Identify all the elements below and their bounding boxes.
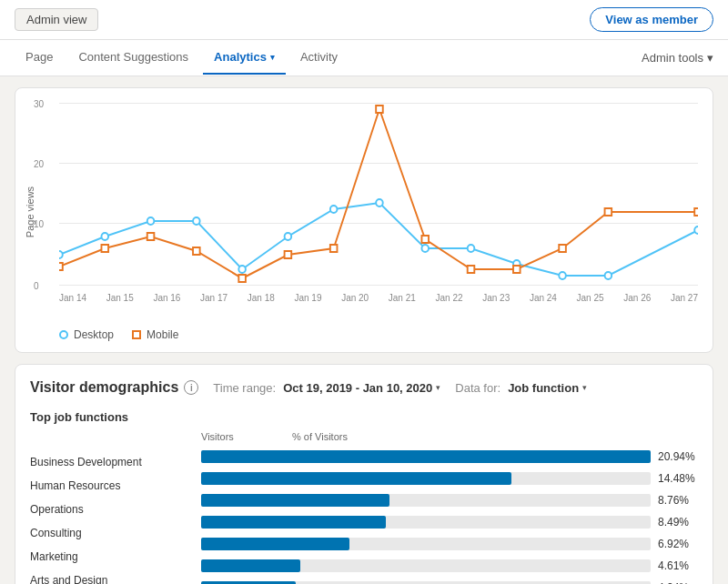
time-range-filter[interactable]: Time range: Oct 19, 2019 - Jan 10, 2020 …	[213, 381, 440, 395]
svg-rect-17	[193, 247, 200, 255]
view-as-member-button[interactable]: View as member	[590, 7, 713, 32]
svg-rect-21	[376, 106, 383, 113]
demographics-body: Business Development Human Resources Ope…	[30, 431, 698, 584]
svg-point-1	[101, 233, 108, 240]
nav-tabs: Page Content Suggestions Analytics ▾ Act…	[15, 41, 349, 75]
svg-rect-24	[513, 266, 521, 273]
svg-rect-27	[694, 208, 698, 216]
nav-bar: Page Content Suggestions Analytics ▾ Act…	[0, 40, 728, 76]
bar-row-sales: 4.34%	[194, 577, 698, 584]
tab-page[interactable]: Page	[15, 41, 64, 75]
svg-point-9	[468, 245, 475, 252]
bars-section: Visitors % of Visitors 20.94% 14.48% 8.7…	[194, 431, 698, 584]
chevron-down-icon: ▾	[707, 51, 713, 65]
svg-point-4	[238, 266, 246, 273]
tab-content-suggestions[interactable]: Content Suggestions	[67, 41, 199, 75]
tab-analytics[interactable]: Analytics ▾	[203, 41, 286, 75]
admin-tools-menu[interactable]: Admin tools ▾	[642, 51, 713, 65]
tab-activity[interactable]: Activity	[289, 41, 349, 75]
desktop-legend-icon	[59, 330, 68, 339]
svg-rect-25	[559, 245, 566, 252]
bar-row-human-resources: 14.48%	[194, 468, 698, 489]
legend-desktop: Desktop	[59, 328, 114, 341]
svg-point-2	[147, 217, 155, 225]
chart-container: Page views 30 20 10 0	[30, 103, 698, 321]
chart-card: Page views 30 20 10 0	[15, 87, 713, 353]
chevron-down-icon: ▾	[436, 383, 440, 392]
svg-rect-23	[468, 266, 475, 273]
bar-row-consulting: 8.49%	[194, 511, 698, 533]
svg-rect-14	[59, 263, 63, 270]
svg-point-13	[694, 227, 698, 234]
bar-row-marketing: 6.92%	[194, 533, 698, 555]
svg-point-12	[605, 272, 612, 279]
line-chart-svg	[59, 103, 698, 285]
svg-point-3	[193, 217, 200, 225]
info-icon[interactable]: i	[184, 380, 198, 395]
bars-header: Visitors % of Visitors	[194, 431, 698, 442]
chart-inner: 30 20 10 0	[59, 103, 698, 303]
demographics-header: Visitor demographics i Time range: Oct 1…	[30, 379, 698, 396]
y-axis-label: Page views	[25, 186, 35, 237]
label-marketing: Marketing	[30, 546, 194, 568]
svg-rect-20	[330, 245, 338, 252]
label-consulting: Consulting	[30, 522, 194, 544]
svg-point-11	[559, 272, 566, 279]
admin-view-badge: Admin view	[15, 8, 98, 31]
chevron-down-icon: ▾	[270, 53, 275, 62]
bar-row-arts-design: 4.61%	[194, 555, 698, 577]
svg-point-7	[376, 199, 383, 206]
svg-rect-19	[285, 251, 292, 258]
demographics-card: Visitor demographics i Time range: Oct 1…	[15, 364, 713, 584]
svg-point-6	[330, 206, 338, 213]
legend-mobile: Mobile	[132, 328, 178, 341]
svg-point-5	[285, 233, 292, 240]
label-arts-and-design: Arts and Design	[30, 569, 194, 584]
x-labels: Jan 14 Jan 15 Jan 16 Jan 17 Jan 18 Jan 1…	[59, 293, 698, 303]
svg-rect-18	[238, 275, 246, 282]
chevron-down-icon: ▾	[582, 383, 587, 392]
svg-rect-22	[421, 236, 429, 243]
svg-rect-26	[605, 208, 612, 216]
mobile-legend-icon	[132, 330, 141, 339]
demographics-title: Visitor demographics i	[30, 379, 198, 396]
chart-legend: Desktop Mobile	[59, 328, 698, 341]
section-title: Top job functions	[30, 410, 698, 424]
label-business-development: Business Development	[30, 451, 194, 473]
bar-row-business-development: 20.94%	[194, 446, 698, 468]
label-human-resources: Human Resources	[30, 475, 194, 497]
data-for-filter[interactable]: Data for: Job function ▾	[455, 381, 587, 395]
bar-row-operations: 8.76%	[194, 489, 698, 511]
svg-point-8	[421, 245, 429, 252]
top-bar: Admin view View as member	[0, 0, 728, 40]
label-operations: Operations	[30, 498, 194, 520]
job-function-labels: Business Development Human Resources Ope…	[30, 431, 194, 584]
svg-point-0	[59, 251, 63, 258]
main-content: Page views 30 20 10 0	[0, 76, 728, 584]
svg-rect-15	[101, 245, 108, 252]
svg-rect-16	[147, 233, 155, 240]
